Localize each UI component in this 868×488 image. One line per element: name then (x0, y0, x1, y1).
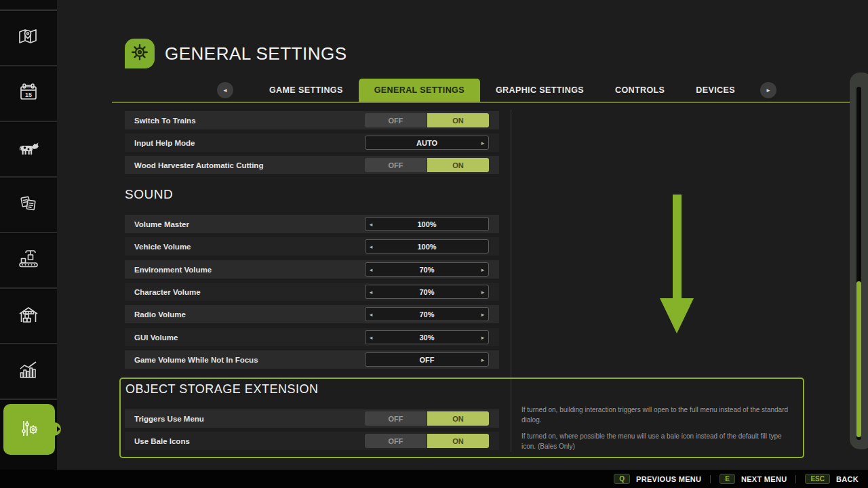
decrease-arrow-icon[interactable]: ◂ (366, 263, 376, 276)
row-label: Vehicle Volume (125, 243, 365, 251)
row-triggers-use-menu: Triggers Use Menu OFF ON (125, 409, 499, 428)
help-text: If turned on, building interaction trigg… (521, 405, 791, 458)
tabs-next-button[interactable]: ► (760, 82, 776, 98)
increase-arrow-icon[interactable]: ▸ (477, 353, 488, 366)
toggle-off[interactable]: OFF (365, 411, 427, 426)
selector-value: 70% (376, 266, 477, 274)
scroll-down-arrow-icon (660, 195, 694, 336)
sidebar: 15 (0, 0, 57, 470)
toggle-on[interactable]: ON (427, 113, 489, 127)
triggers-use-menu-toggle[interactable]: OFF ON (365, 411, 489, 426)
selector-value: OFF (376, 356, 477, 364)
next-menu-hint: NEXT MENU (741, 475, 787, 483)
row-label: Use Bale Icons (125, 437, 365, 445)
toggle-on[interactable]: ON (427, 158, 489, 172)
selector-value: 100% (376, 243, 477, 251)
selector-value: AUTO (376, 139, 477, 147)
object-storage-heading: OBJECT STORAGE EXTENSION (125, 382, 318, 396)
scrollbar-thumb[interactable] (856, 281, 861, 437)
row-label: GUI Volume (125, 333, 365, 342)
tab-underline (112, 102, 856, 103)
row-label: Character Volume (125, 288, 365, 296)
row-character-volume: Character Volume ◂ 70% ▸ (125, 283, 499, 301)
toggle-on[interactable]: ON (427, 411, 489, 426)
toggle-off[interactable]: OFF (365, 158, 427, 172)
wood-harvester-toggle[interactable]: OFF ON (365, 158, 489, 172)
footer-divider (710, 475, 711, 483)
key-e-badge: E (719, 474, 735, 484)
use-bale-icons-toggle[interactable]: OFF ON (365, 434, 489, 448)
footer-divider (795, 475, 796, 483)
documents-icon (16, 192, 41, 219)
selector-value: 100% (376, 220, 477, 228)
page-icon-badge (125, 39, 155, 68)
sidebar-item-statistics[interactable] (0, 346, 57, 400)
tab-devices[interactable]: DEVICES (680, 79, 751, 102)
increase-arrow-icon[interactable]: ▸ (477, 263, 488, 276)
chevron-right-icon: ► (766, 87, 771, 94)
selector-value: 70% (376, 288, 477, 296)
toggle-off[interactable]: OFF (365, 113, 427, 127)
decrease-arrow-icon[interactable]: ◂ (366, 331, 376, 344)
calendar-icon: 15 (16, 81, 41, 108)
decrease-arrow-icon[interactable]: ◂ (366, 218, 376, 230)
character-volume-selector[interactable]: ◂ 70% ▸ (365, 285, 489, 299)
game-volume-focus-selector[interactable]: ◂ OFF ▸ (365, 352, 489, 367)
row-label: Switch To Trains (125, 117, 365, 125)
key-esc-badge: ESC (805, 474, 830, 484)
footer-hint-bar: Q PREVIOUS MENU E NEXT MENU ESC BACK (0, 470, 868, 488)
sidebar-item-contracts[interactable] (0, 179, 57, 233)
warehouse-icon (16, 303, 41, 330)
selector-value: 30% (376, 333, 477, 342)
sidebar-item-partial[interactable] (0, 0, 57, 11)
increase-arrow-icon[interactable]: ▸ (477, 308, 488, 321)
gui-volume-selector[interactable]: ◂ 30% ▸ (365, 330, 489, 344)
tab-controls[interactable]: CONTROLS (599, 79, 680, 102)
toggle-on[interactable]: ON (427, 434, 489, 448)
tab-game-settings[interactable]: GAME SETTINGS (254, 79, 359, 102)
tabs-previous-button[interactable]: ◄ (217, 82, 233, 98)
row-label: Wood Harvester Automatic Cutting (125, 161, 365, 169)
environment-volume-selector[interactable]: ◂ 70% ▸ (365, 262, 489, 277)
volume-master-selector[interactable]: ◂ 100% ▸ (365, 217, 489, 231)
map-icon (16, 25, 41, 52)
input-help-mode-selector[interactable]: ◂ AUTO ▸ (365, 136, 489, 150)
help-paragraph: If turned on, where possible the menu wi… (521, 432, 791, 451)
cow-icon (16, 136, 41, 163)
sidebar-item-storage[interactable] (0, 290, 57, 344)
page-title: GENERAL SETTINGS (165, 43, 347, 64)
decrease-arrow-icon[interactable]: ◂ (366, 308, 376, 321)
decrease-arrow-icon[interactable]: ◂ (366, 240, 376, 253)
gear-icon (130, 42, 150, 65)
sidebar-item-production[interactable] (0, 235, 57, 289)
increase-arrow-icon[interactable]: ▸ (477, 331, 488, 344)
row-radio-volume: Radio Volume ◂ 70% ▸ (125, 305, 499, 323)
row-vehicle-volume: Vehicle Volume ◂ 100% ▸ (125, 237, 499, 256)
production-icon (16, 247, 41, 274)
sidebar-item-map[interactable] (0, 12, 57, 66)
switch-to-trains-toggle[interactable]: OFF ON (365, 113, 489, 127)
active-tile-pointer-icon (57, 426, 60, 432)
previous-menu-hint: PREVIOUS MENU (636, 475, 701, 483)
help-paragraph: If turned on, building interaction trigg… (521, 405, 791, 425)
vehicle-volume-selector[interactable]: ◂ 100% ▸ (365, 239, 489, 253)
row-switch-to-trains: Switch To Trains OFF ON (125, 111, 499, 129)
back-hint: BACK (836, 475, 859, 483)
toggle-off[interactable]: OFF (365, 434, 427, 448)
sidebar-item-calendar[interactable]: 15 (0, 68, 57, 122)
row-use-bale-icons: Use Bale Icons OFF ON (125, 432, 499, 450)
increase-arrow-icon[interactable]: ▸ (477, 285, 488, 298)
sidebar-item-animals[interactable] (0, 123, 57, 178)
statistics-icon (16, 359, 41, 386)
row-wood-harvester: Wood Harvester Automatic Cutting OFF ON (125, 156, 499, 174)
decrease-arrow-icon[interactable]: ◂ (366, 285, 376, 298)
row-environment-volume: Environment Volume ◂ 70% ▸ (125, 260, 499, 279)
svg-text:15: 15 (25, 92, 32, 98)
tab-general-settings[interactable]: GENERAL SETTINGS (359, 79, 480, 102)
row-label: Triggers Use Menu (125, 415, 365, 423)
radio-volume-selector[interactable]: ◂ 70% ▸ (365, 307, 489, 321)
increase-arrow-icon[interactable]: ▸ (477, 136, 488, 149)
tab-graphic-settings[interactable]: GRAPHIC SETTINGS (480, 79, 599, 102)
sound-heading: SOUND (125, 187, 173, 202)
row-input-help-mode: Input Help Mode ◂ AUTO ▸ (125, 134, 499, 152)
